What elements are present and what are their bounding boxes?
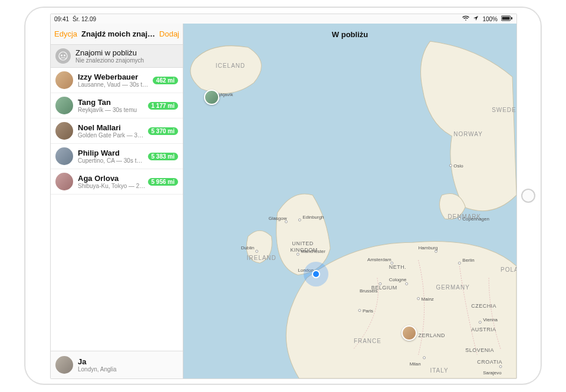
svg-point-33 xyxy=(256,250,258,252)
svg-point-5 xyxy=(64,55,65,57)
friend-row[interactable]: Noel Mallari Golden Gate Park — 30s temu… xyxy=(51,118,183,144)
add-button[interactable]: Dodaj xyxy=(159,29,179,38)
edit-button[interactable]: Edycja xyxy=(54,29,77,38)
svg-rect-2 xyxy=(511,17,512,19)
map-canvas: ICELAND NORWAY SWEDEN DENMARK UNITED KIN… xyxy=(183,24,516,378)
friend-sub: Golden Gate Park — 30s temu xyxy=(78,132,146,139)
nearby-icon xyxy=(55,48,71,64)
svg-text:Berlin: Berlin xyxy=(462,258,474,263)
svg-text:Brussels: Brussels xyxy=(360,288,378,293)
friend-sub: Lausanne, Vaud — 30s temu xyxy=(78,81,150,88)
friend-sub: Reykjavík — 30s temu xyxy=(78,107,146,113)
friend-row[interactable]: Philip Ward Cupertino, CA — 30s temu 5 3… xyxy=(51,144,183,169)
friend-row[interactable]: Tang Tan Reykjavík — 30s temu 1 177 mi xyxy=(51,93,183,118)
svg-text:Hamburg: Hamburg xyxy=(419,245,438,251)
avatar xyxy=(55,356,73,374)
map-pin-friend[interactable] xyxy=(204,90,219,105)
sidebar: Edycja Znajdź moich znaj… Dodaj Znajomi … xyxy=(51,24,183,378)
nav-bar: Edycja Znajdź moich znaj… Dodaj xyxy=(51,24,183,45)
svg-point-27 xyxy=(458,218,460,220)
svg-point-57 xyxy=(499,365,502,368)
home-button[interactable] xyxy=(521,189,535,203)
svg-text:SLOVENIA: SLOVENIA xyxy=(465,347,494,353)
svg-point-51 xyxy=(417,298,420,300)
avatar xyxy=(55,71,73,89)
svg-text:Dublin: Dublin xyxy=(241,245,255,251)
friend-sub: Shibuya-Ku, Tokyo — 2min temu xyxy=(78,183,146,189)
friend-sub: Cupertino, CA — 30s temu xyxy=(78,157,146,164)
wifi-icon xyxy=(462,15,469,22)
app-title: Znajdź moich znaj… xyxy=(80,29,157,38)
svg-text:London: London xyxy=(298,268,314,273)
svg-text:Paris: Paris xyxy=(363,308,373,314)
status-bar: 09:41 Śr. 12.09 100% xyxy=(51,14,516,24)
svg-text:Milan: Milan xyxy=(410,361,421,367)
map[interactable]: W pobliżu i xyxy=(183,24,516,378)
svg-text:ICELAND: ICELAND xyxy=(216,62,245,69)
app-screen: 09:41 Śr. 12.09 100% Edycja xyxy=(50,14,517,379)
distance-badge: 1 177 mi xyxy=(148,102,178,110)
nearby-subtitle: Nie znaleziono znajomych xyxy=(75,57,144,64)
svg-text:SWEDEN: SWEDEN xyxy=(492,107,516,113)
svg-text:NETH.: NETH. xyxy=(389,264,406,270)
svg-point-53 xyxy=(423,357,426,359)
location-services-icon xyxy=(473,15,479,22)
avatar xyxy=(55,122,73,140)
svg-text:Glasgow: Glasgow xyxy=(268,216,287,221)
friend-name: Izzy Weberbauer xyxy=(78,73,150,81)
svg-point-41 xyxy=(406,282,408,285)
uk-label-1: UNITED xyxy=(292,241,313,246)
distance-badge: 5 383 mi xyxy=(148,153,178,160)
svg-rect-1 xyxy=(502,17,510,20)
friend-name: Tang Tan xyxy=(78,98,146,107)
status-time: 09:41 xyxy=(54,16,69,22)
svg-text:GERMANY: GERMANY xyxy=(436,284,469,291)
status-date: Śr. 12.09 xyxy=(73,16,96,22)
map-pin-friend[interactable] xyxy=(402,325,417,341)
svg-point-31 xyxy=(298,219,301,221)
svg-text:Oslo: Oslo xyxy=(453,163,463,169)
svg-text:AUSTRIA: AUSTRIA xyxy=(471,327,496,332)
svg-point-35 xyxy=(297,253,299,255)
distance-badge: 5 370 mi xyxy=(148,127,178,135)
svg-text:Cologne: Cologne xyxy=(389,277,407,282)
avatar xyxy=(55,97,73,114)
avatar xyxy=(55,147,73,165)
svg-point-55 xyxy=(479,321,481,324)
friend-name: Aga Orlova xyxy=(78,174,146,183)
svg-text:CZECHIA: CZECHIA xyxy=(471,303,496,309)
friend-row[interactable]: Izzy Weberbauer Lausanne, Vaud — 30s tem… xyxy=(51,68,183,93)
svg-point-49 xyxy=(379,282,381,285)
svg-text:ITALY: ITALY xyxy=(430,367,449,374)
me-sub: Londyn, Anglia xyxy=(78,366,178,373)
svg-text:Edinburgh: Edinburgh xyxy=(302,215,324,220)
distance-badge: 5 956 mi xyxy=(148,178,178,186)
svg-text:Vienna: Vienna xyxy=(483,317,498,322)
battery-percent: 100% xyxy=(482,16,498,22)
svg-text:NORWAY: NORWAY xyxy=(453,131,482,137)
battery-icon xyxy=(501,15,513,22)
svg-point-43 xyxy=(458,262,460,264)
svg-text:Mainz: Mainz xyxy=(422,297,434,302)
current-location-dot xyxy=(312,270,320,278)
svg-point-4 xyxy=(61,55,62,57)
friends-list[interactable]: Znajomi w pobliżu Nie znaleziono znajomy… xyxy=(51,45,183,351)
svg-point-25 xyxy=(449,164,452,167)
avatar xyxy=(55,173,73,190)
svg-text:Manchester: Manchester xyxy=(301,249,325,254)
ipad-frame: 09:41 Śr. 12.09 100% Edycja xyxy=(25,7,541,384)
me-row[interactable]: Ja Londyn, Anglia xyxy=(51,351,183,378)
svg-text:Amsterdam: Amsterdam xyxy=(367,257,391,262)
svg-text:IRELAND: IRELAND xyxy=(247,255,277,261)
svg-text:ZERLAND: ZERLAND xyxy=(419,332,445,338)
svg-text:CROATIA: CROATIA xyxy=(477,359,502,365)
svg-text:Sarajevo: Sarajevo xyxy=(483,370,502,375)
svg-point-39 xyxy=(358,309,361,312)
svg-text:FRANCE: FRANCE xyxy=(354,338,381,344)
distance-badge: 462 mi xyxy=(153,77,178,84)
nearby-header[interactable]: Znajomi w pobliżu Nie znaleziono znajomy… xyxy=(51,45,183,68)
svg-text:Copenhagen: Copenhagen xyxy=(462,216,489,222)
svg-text:POLAND: POLAND xyxy=(501,266,516,273)
friend-row[interactable]: Aga Orlova Shibuya-Ku, Tokyo — 2min temu… xyxy=(51,169,183,195)
map-title: W pobliżu xyxy=(183,24,516,45)
